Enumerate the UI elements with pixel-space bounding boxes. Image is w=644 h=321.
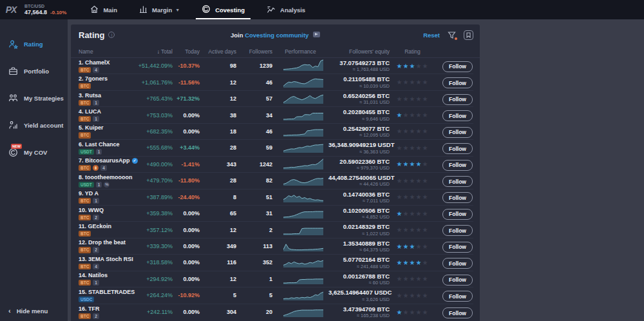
active-days: 28 <box>200 177 236 184</box>
follow-button[interactable]: Follow <box>442 160 473 171</box>
today-return: 0.00% <box>173 309 200 315</box>
price-ticker[interactable]: BTC/USD 47,564.8 -0.10% <box>24 4 66 15</box>
tab-analysis[interactable]: Analysis <box>256 0 316 19</box>
followers-equity: 0.02148329 BTC <box>328 223 390 230</box>
active-days: 116 <box>200 259 236 266</box>
column-header-active-days[interactable]: Active days <box>200 48 236 55</box>
strategy-name: 7. BitcosaurusApp <box>79 157 130 164</box>
rating-stars: ★★★★★ <box>390 160 435 168</box>
followers-count: 82 <box>236 177 272 184</box>
strategy-name: 11. GEckoin <box>79 223 111 229</box>
table-body: 1. ChamelX ✓ BTC4 +51,442.09% -10.37% 98… <box>71 58 480 320</box>
follow-button[interactable]: Follow <box>442 225 473 236</box>
column-header-today[interactable]: Today <box>173 48 200 55</box>
tab-label: Margin <box>152 6 172 14</box>
followers-count: 34 <box>236 112 272 119</box>
performance-sparkline <box>272 173 328 188</box>
follow-button[interactable]: Follow <box>442 242 473 253</box>
follow-button[interactable]: Follow <box>442 275 473 286</box>
column-header-rating[interactable]: Rating <box>390 48 435 55</box>
star-empty-icon: ★ <box>403 292 410 299</box>
column-header-name[interactable]: Name <box>79 48 132 55</box>
strategy-badges: BTC1 <box>79 198 132 204</box>
table-row[interactable]: 8. toootheemoooon ✓ USDT1% +479.70% -11.… <box>79 173 473 189</box>
hide-menu-button[interactable]: ‹ Hide menu <box>8 307 48 315</box>
star-empty-icon: ★ <box>410 292 416 299</box>
star-filled-icon: ★ <box>410 63 416 70</box>
follow-button[interactable]: Follow <box>442 94 473 105</box>
filter-button[interactable] <box>448 31 456 39</box>
table-row[interactable]: 4. LUCA ✓ BTC1 +753.03% 0.00% 38 34 0.20… <box>79 107 473 123</box>
tab-main[interactable]: Main <box>79 0 128 19</box>
followers-equity-usd: ≈ 64,375 USD <box>328 247 390 253</box>
table-row[interactable]: 12. Drop the beat ✓ BTC2 +339.30% 0.00% … <box>79 238 473 255</box>
column-header-followers[interactable]: Followers <box>236 48 272 55</box>
tab-covesting[interactable]: Covesting <box>191 0 256 19</box>
table-row[interactable]: 7. BitcosaurusApp ✓ BTC4 +490.00% -1.41%… <box>79 157 473 173</box>
info-icon[interactable]: i <box>108 32 115 38</box>
table-row[interactable]: 9. YD A ✓ BTC1 +387.89% -24.40% 8 51 0.1… <box>79 190 473 206</box>
table-row[interactable]: 2. 7goners ✓ BTC +1,061.76% -11.56% 12 4… <box>79 74 473 90</box>
table-row[interactable]: 14. Natilos ✓ BTC1 +294.92% 0.00% 12 1 0… <box>79 271 473 287</box>
follow-button[interactable]: Follow <box>442 110 473 121</box>
follow-button[interactable]: Follow <box>442 291 473 302</box>
rating-panel: Rating i Join Covesting community Reset <box>71 24 480 321</box>
table-row[interactable]: 13. 3EMA Stoch RSI ✓ BTC4 +318.58% 0.00%… <box>79 255 473 271</box>
star-empty-icon: ★ <box>403 275 410 282</box>
table-row[interactable]: 6. Last Chance ✓ USDT1 +555.68% +3.44% 2… <box>79 140 473 156</box>
follow-button[interactable]: Follow <box>442 176 473 187</box>
star-empty-icon: ★ <box>397 128 403 135</box>
table-row[interactable]: 11. GEckoin ✓ BTC +357.12% 0.00% 12 2 0.… <box>79 222 473 238</box>
covesting-community-link[interactable]: Covesting community <box>245 32 308 39</box>
follow-button[interactable]: Follow <box>442 61 473 72</box>
star-empty-icon: ★ <box>422 275 428 282</box>
follow-button[interactable]: Follow <box>442 192 473 203</box>
today-return: +3.44% <box>173 144 200 151</box>
today-return: 0.00% <box>173 243 200 249</box>
followers-equity-usd: ≈ 3,626 USD <box>328 297 390 302</box>
follow-button[interactable]: Follow <box>442 127 473 138</box>
column-header-performance[interactable]: Performance <box>272 48 328 55</box>
table-row[interactable]: 1. ChamelX ✓ BTC4 +51,442.09% -10.37% 98… <box>79 58 473 74</box>
table-row[interactable]: 16. TFR ✓ BTC2 +242.11% 0.00% 304 20 3.4… <box>79 304 473 320</box>
sidebar-item-portfolio[interactable]: Portfolio <box>0 61 68 82</box>
total-return: +753.03% <box>132 112 173 119</box>
active-days: 98 <box>200 63 236 69</box>
telegram-icon[interactable] <box>313 32 320 37</box>
sidebar-item-yield-account[interactable]: Yield account <box>0 115 68 136</box>
follow-button[interactable]: Follow <box>442 77 473 88</box>
strategy-name: 4. LUCA <box>79 108 101 115</box>
followers-count: 57 <box>236 95 272 102</box>
hide-menu-label: Hide menu <box>17 307 48 315</box>
today-return: 0.00% <box>173 259 200 266</box>
total-return: +359.38% <box>132 210 173 217</box>
strategy-name: 14. Natilos <box>79 272 108 278</box>
star-empty-icon: ★ <box>410 177 416 184</box>
tab-margin[interactable]: Margin▼ <box>128 0 191 19</box>
follow-button[interactable]: Follow <box>442 143 473 154</box>
star-empty-icon: ★ <box>403 112 410 119</box>
column-header-followers-equity[interactable]: Followers' equity <box>328 48 390 55</box>
follow-button[interactable]: Follow <box>442 209 473 220</box>
star-empty-icon: ★ <box>410 128 416 135</box>
table-row[interactable]: 3. Rutsa ✓ BTC1 +765.43% +71.32% 12 57 0… <box>79 91 473 107</box>
sidebar-item-rating[interactable]: Rating <box>0 34 68 55</box>
table-row[interactable]: 10. WWQ ✓ BTC2 +359.38% 0.00% 65 31 0.10… <box>79 206 473 222</box>
reset-button[interactable]: Reset <box>423 32 440 39</box>
star-empty-icon: ★ <box>397 177 403 184</box>
table-row[interactable]: 15. STABLETRADES ✓ USDC +264.24% -10.92%… <box>79 287 473 304</box>
bookmark-button[interactable] <box>464 30 473 40</box>
strategy-badges: BTC2 <box>79 313 132 319</box>
strategy-badges: BTC1 <box>79 100 132 106</box>
follow-button[interactable]: Follow <box>442 258 473 269</box>
ticker-change: -0.10% <box>50 10 66 15</box>
sidebar-item-my-cov[interactable]: NEWMy COV <box>0 142 68 163</box>
table-row[interactable]: 5. Kuiper ✓ BTC +682.35% 0.00% 18 46 0.2… <box>79 124 473 140</box>
follow-button[interactable]: Follow <box>442 307 473 318</box>
sidebar-item-my-strategies[interactable]: My Strategies <box>0 88 68 109</box>
column-header-total[interactable]: ↓Total <box>132 48 173 55</box>
followers-equity: 3.47394709 BTC <box>328 306 390 313</box>
followers-equity: 5.07702164 BTC <box>328 256 390 263</box>
followers-equity-usd: ≈ 165,238 USD <box>328 313 390 318</box>
star-filled-icon: ★ <box>415 259 422 266</box>
